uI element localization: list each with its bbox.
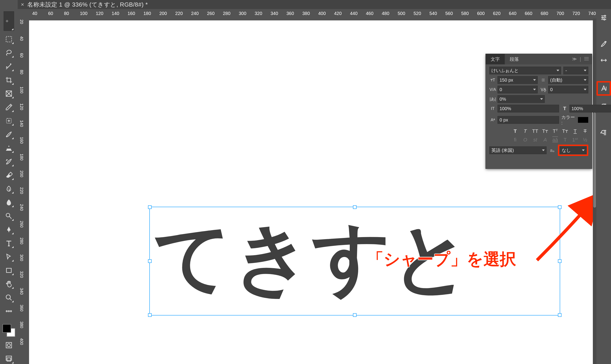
bbox-handle-l[interactable]	[148, 259, 152, 263]
font-size-select[interactable]: 150 px	[498, 76, 538, 84]
font-size-icon: ᴛT	[489, 78, 496, 82]
move-tool[interactable]	[4, 11, 14, 31]
hruler-tick: 100	[80, 11, 87, 16]
tab-character[interactable]: 文字	[486, 54, 505, 64]
underline-button[interactable]: T	[572, 128, 578, 134]
all-caps-button[interactable]: TT	[532, 128, 538, 134]
healing-brush-tool[interactable]	[4, 116, 14, 126]
screen-mode-toggle[interactable]	[4, 353, 14, 364]
history-brush-tool[interactable]	[4, 156, 14, 167]
strikethrough-button[interactable]: T	[582, 128, 588, 134]
brush-tool[interactable]	[4, 129, 14, 140]
quick-mask-toggle[interactable]	[4, 340, 14, 351]
bbox-handle-r[interactable]	[558, 259, 562, 263]
subscript-button[interactable]: Tᴛ	[562, 128, 568, 134]
ot-fractions-button[interactable]: ½	[582, 137, 588, 143]
brush-settings-panel-icon[interactable]	[598, 39, 609, 49]
vruler-tick: 80	[19, 70, 24, 74]
vertical-scale-input[interactable]	[498, 105, 559, 112]
tsume-icon: |あ|	[489, 96, 496, 102]
path-selection-tool[interactable]	[4, 252, 14, 262]
scrollbar-thumb[interactable]	[593, 112, 596, 208]
hscale-icon: T	[561, 106, 568, 112]
vruler-tick: 400	[19, 338, 24, 345]
type-tool[interactable]	[4, 238, 14, 248]
hruler-tick: 740	[588, 11, 596, 16]
eraser-tool[interactable]	[4, 170, 14, 181]
hruler-tick: 180	[143, 11, 151, 16]
vruler-tick: 100	[19, 87, 24, 93]
crop-tool[interactable]	[4, 75, 14, 85]
hruler-tick: 80	[64, 11, 69, 16]
leading-select[interactable]: (自動)	[548, 76, 588, 84]
foreground-color-swatch[interactable]	[2, 324, 11, 333]
bbox-handle-t[interactable]	[353, 205, 357, 209]
tab-paragraph[interactable]: 段落	[505, 54, 524, 64]
vertical-ruler[interactable]: 2040608010012014016018020022024026028030…	[18, 9, 27, 364]
glyphs-panel-icon[interactable]	[598, 127, 609, 138]
faux-italic-button[interactable]: T	[522, 128, 528, 134]
ot-discretionary-button[interactable]: st	[532, 137, 538, 143]
bbox-handle-bl[interactable]	[148, 313, 152, 317]
svg-point-6	[6, 311, 7, 312]
tsume-select[interactable]: 0%	[498, 95, 545, 103]
bbox-handle-tl[interactable]	[148, 205, 152, 209]
ot-ordinals-button[interactable]: 1ˢᵗ	[572, 137, 578, 143]
baseline-shift-input[interactable]	[498, 116, 559, 124]
svg-point-10	[7, 344, 10, 347]
lasso-tool[interactable]	[4, 48, 14, 58]
close-tab-button[interactable]: ×	[18, 1, 27, 8]
panel-menu-icon[interactable]	[584, 56, 589, 62]
hruler-tick: 60	[48, 11, 53, 16]
color-swatches[interactable]	[2, 324, 15, 337]
horizontal-ruler[interactable]: 4060801001201401601802002202402602803003…	[27, 9, 597, 19]
vruler-tick: 180	[19, 154, 24, 160]
dodge-tool[interactable]	[4, 211, 14, 221]
hand-tool[interactable]	[4, 279, 14, 289]
brushes-panel-icon[interactable]	[598, 55, 609, 66]
text-color-swatch[interactable]	[578, 117, 588, 123]
small-caps-button[interactable]: Tᴛ	[542, 128, 548, 134]
bbox-handle-br[interactable]	[558, 313, 562, 317]
zoom-tool[interactable]	[4, 292, 14, 303]
character-panel-icon[interactable]	[597, 81, 611, 96]
hruler-tick: 500	[398, 11, 405, 16]
ot-ligatures-button[interactable]: fi	[512, 137, 518, 143]
hruler-tick: 580	[461, 11, 469, 16]
gradient-tool[interactable]	[4, 183, 14, 194]
ot-contextual-button[interactable]: O	[522, 137, 528, 143]
vruler-tick: 300	[19, 254, 24, 261]
rectangle-tool[interactable]	[4, 265, 14, 276]
font-family-select[interactable]: けいふぉんと	[489, 67, 561, 74]
svg-rect-12	[7, 358, 11, 361]
antialias-select[interactable]: なし	[560, 146, 586, 154]
marquee-tool[interactable]	[4, 34, 14, 44]
magic-wand-tool[interactable]	[4, 61, 14, 72]
faux-bold-button[interactable]: T	[512, 128, 518, 134]
adjustments-panel-icon[interactable]	[598, 12, 609, 23]
pen-tool[interactable]	[4, 224, 14, 235]
horizontal-scale-input[interactable]	[569, 105, 611, 112]
language-select[interactable]: 英語 (米国)	[489, 146, 547, 154]
vruler-tick: 200	[19, 170, 24, 177]
font-style-select[interactable]: -	[563, 67, 588, 74]
blur-tool[interactable]	[4, 197, 14, 208]
vertical-scrollbar[interactable]	[593, 19, 597, 364]
antialias-icon: aₐ	[549, 148, 555, 153]
hruler-tick: 220	[175, 11, 183, 16]
superscript-button[interactable]: Tᵀ	[552, 128, 558, 134]
edit-toolbar[interactable]	[4, 306, 14, 316]
vruler-tick: 380	[19, 321, 24, 328]
bbox-handle-tr[interactable]	[558, 205, 562, 209]
tracking-select[interactable]: 0	[548, 86, 588, 93]
frame-tool[interactable]	[4, 88, 14, 99]
eyedropper-tool[interactable]	[4, 102, 14, 112]
collapse-panel-icon[interactable]: >>	[572, 56, 575, 62]
bbox-handle-b[interactable]	[353, 313, 357, 317]
kerning-select[interactable]: 0	[498, 86, 538, 93]
ot-stylistic-button[interactable]: aā	[552, 137, 558, 143]
ot-swash-button[interactable]: A	[542, 137, 548, 143]
ot-titling-button[interactable]: T	[562, 137, 568, 143]
clone-stamp-tool[interactable]	[4, 143, 14, 153]
document-tab-title[interactable]: 名称未設定 1 @ 336% (てきすと, RGB/8#) *	[27, 1, 148, 9]
